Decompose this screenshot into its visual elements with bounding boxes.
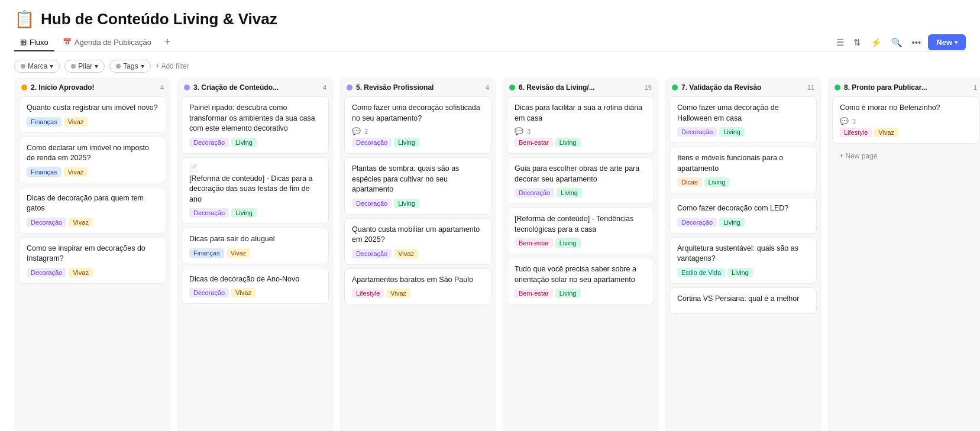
col-count: 4 <box>323 84 326 91</box>
card[interactable]: Quanto custa mobiliar um apartamento em … <box>344 218 491 265</box>
card[interactable]: Dicas de decoração para quem tem gatosDe… <box>19 187 166 234</box>
add-tab-button[interactable]: + <box>160 34 176 51</box>
card[interactable]: Como fazer decoração com LED?DecoraçãoLi… <box>669 197 817 234</box>
card[interactable]: Como se inspirar em decorações do Instag… <box>19 237 166 284</box>
card-title: Como fazer uma decoração de Halloween em… <box>677 103 809 124</box>
card[interactable]: Como é morar no Belenzinho?💬3LifestyleVi… <box>832 96 979 144</box>
tab-agenda[interactable]: 📅 Agenda de Publicação <box>57 34 157 51</box>
search-icon[interactable]: 🔍 <box>889 35 905 50</box>
card[interactable]: Quanto custa registrar um imóvel novo?Fi… <box>19 96 166 133</box>
card[interactable]: Apartamentos baratos em São PauloLifesty… <box>344 268 491 305</box>
card[interactable]: Como declarar um imóvel no imposto de re… <box>19 137 166 183</box>
card-tag: Living <box>231 138 257 147</box>
card[interactable]: Itens e móveis funcionais para o apartam… <box>669 147 817 193</box>
card[interactable]: Cortina VS Persiana: qual é a melhor <box>669 287 817 315</box>
card-title: Tudo que você precisa saber sobre a orie… <box>515 264 646 285</box>
more-icon[interactable]: ••• <box>910 35 924 50</box>
card-tag: Living <box>727 268 753 277</box>
column-col6: 8. Pronto para Publicar...1Como é morar … <box>827 77 980 431</box>
col-header-col3: 5. Revisão Profissional4 <box>339 77 496 96</box>
col-title: 2. Início Aprovado! <box>31 83 157 92</box>
filter-row: Marca ▾ Pilar ▾ Tags ▾ + Add filter <box>0 57 980 77</box>
col-title: 3. Criação de Conteúdo... <box>193 83 319 92</box>
card[interactable]: Como fazer uma decoração sofisticada no … <box>344 96 491 154</box>
board: 2. Início Aprovado!4Quanto custa registr… <box>0 77 980 431</box>
card-tag: Bem-estar <box>515 238 553 248</box>
tab-fluxo[interactable]: ▦ Fluxo <box>14 34 54 51</box>
col-header-col4: 6. Revisão da Living/...19 <box>502 77 659 96</box>
card-tag: Vivaz <box>69 268 93 277</box>
filter-pilar[interactable]: Pilar ▾ <box>64 60 105 73</box>
card-tag: Dicas <box>677 177 702 187</box>
col-status-dot <box>347 85 352 90</box>
card[interactable]: Arquitetura sustentável: quais são as va… <box>669 237 817 284</box>
column-col3: 5. Revisão Profissional4Como fazer uma d… <box>339 77 496 431</box>
card-tag: Vivaz <box>874 128 898 137</box>
col-status-dot <box>672 85 678 90</box>
card-tag: Decoração <box>189 138 229 147</box>
card-tag: Living <box>394 138 419 147</box>
col-header-col2: 3. Criação de Conteúdo...4 <box>177 77 334 96</box>
column-col5: 7. Validação da Revisão11Como fazer uma … <box>665 77 821 431</box>
card-tag: Living <box>394 199 419 208</box>
column-col2: 3. Criação de Conteúdo...4Painel ripado:… <box>177 77 334 431</box>
card-tags: DecoraçãoLiving <box>677 127 809 137</box>
card-title: Dicas de decoração para quem tem gatos <box>27 193 159 214</box>
card[interactable]: [Reforma de conteúdo] - Tendências tecno… <box>507 208 654 254</box>
card-title: Como se inspirar em decorações do Instag… <box>27 244 159 264</box>
comment-count: 3 <box>852 118 856 125</box>
card-tags: FinançasVivaz <box>189 248 321 258</box>
add-filter-label: + Add filter <box>156 62 189 70</box>
new-button-label: New <box>936 38 952 47</box>
add-filter-button[interactable]: + Add filter <box>156 62 189 70</box>
card-tag: Vivaz <box>394 249 418 258</box>
card[interactable]: Dicas para facilitar a sua a rotina diár… <box>507 96 654 154</box>
card[interactable]: Painel ripado: descubra como transformar… <box>182 96 329 154</box>
comment-icon: 💬 <box>840 117 849 125</box>
card[interactable]: Dicas de decoração de Ano-NovoDecoraçãoV… <box>182 268 329 304</box>
filter-icon[interactable]: ☰ <box>834 35 846 50</box>
tabs-row: ▦ Fluxo 📅 Agenda de Publicação + ☰ ⇅ ⚡ 🔍… <box>14 34 966 51</box>
col-cards-col1: Quanto custa registrar um imóvel novo?Fi… <box>14 96 171 289</box>
card-tags: DecoraçãoLiving <box>515 188 646 197</box>
card-title: Painel ripado: descubra como transformar… <box>189 103 321 134</box>
card[interactable]: Como fazer uma decoração de Halloween em… <box>669 96 817 143</box>
card-tags: LifestyleVivaz <box>352 289 484 298</box>
col-count: 11 <box>807 84 814 91</box>
card-tag: Finanças <box>189 248 224 258</box>
card-tags: LifestyleVivaz <box>840 128 972 137</box>
lightning-icon[interactable]: ⚡ <box>868 35 884 50</box>
toolbar-actions: ☰ ⇅ ⚡ 🔍 ••• New ▾ <box>834 34 966 50</box>
card-tag: Decoração <box>189 288 229 297</box>
col-header-col1: 2. Início Aprovado!4 <box>14 77 171 96</box>
card[interactable]: Tudo que você precisa saber sobre a orie… <box>507 258 654 304</box>
card-tags: DicasLiving <box>677 177 809 187</box>
card-title: Arquitetura sustentável: quais são as va… <box>677 244 809 264</box>
card-tag: Estilo de Vida <box>677 268 725 277</box>
card-tag: Living <box>704 177 730 187</box>
card-tags: Bem-estarLiving <box>515 289 646 298</box>
card-tags: DecoraçãoVivaz <box>352 249 484 258</box>
card-tag: Living <box>555 289 581 298</box>
filter-marca[interactable]: Marca ▾ <box>14 60 60 73</box>
page-title: Hub de Conteúdo Living & Vivaz <box>41 10 277 28</box>
filter-pilar-label: Pilar <box>78 62 92 70</box>
sort-icon[interactable]: ⇅ <box>851 35 863 50</box>
card-title: Dicas de decoração de Ano-Novo <box>189 274 321 285</box>
new-button-arrow: ▾ <box>955 39 958 46</box>
card-tag: Lifestyle <box>352 289 384 298</box>
card-tags: DecoraçãoVivaz <box>27 218 159 227</box>
new-page-button[interactable]: + New page <box>832 147 979 165</box>
filter-tags[interactable]: Tags ▾ <box>109 60 150 73</box>
card-tag: Finanças <box>27 117 62 127</box>
card-title: [Reforma de conteúdo] - Dicas para a dec… <box>189 174 321 205</box>
col-status-dot <box>21 85 27 90</box>
card[interactable]: 📄[Reforma de conteúdo] - Dicas para a de… <box>182 157 329 225</box>
card[interactable]: Guia para escolher obras de arte para de… <box>507 157 654 204</box>
card-tags: DecoraçãoLiving <box>677 218 809 227</box>
card-title: Apartamentos baratos em São Paulo <box>352 275 484 286</box>
card[interactable]: Plantas de sombra: quais são as espécies… <box>344 157 491 215</box>
card[interactable]: Dicas para sair do aluguelFinançasVivaz <box>182 228 329 264</box>
col-status-dot <box>835 85 840 90</box>
new-button[interactable]: New ▾ <box>928 34 966 50</box>
